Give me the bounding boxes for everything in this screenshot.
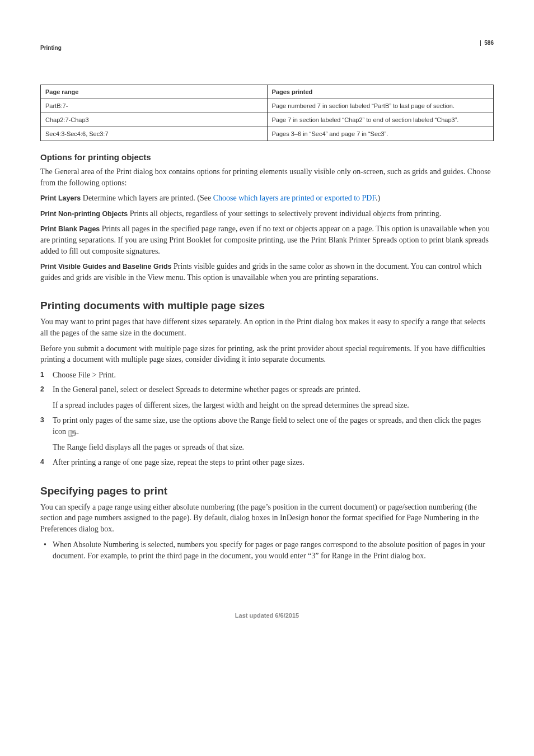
run-in-head: Print Layers [40, 194, 81, 202]
link-choose-layers[interactable]: Choose which layers are printed or expor… [213, 194, 376, 202]
cell-range: Sec4:3-Sec4:6, Sec3:7 [41, 127, 268, 141]
text: Determine which layers are printed. (See [83, 194, 213, 202]
table-row: Chap2:7-Chap3 Page 7 in section labeled … [41, 113, 494, 127]
bullet-item: When Absolute Numbering is selected, num… [40, 539, 494, 562]
text: .) [376, 194, 380, 202]
th-page-range: Page range [41, 85, 268, 99]
step-item: 4 After printing a range of one page siz… [40, 457, 494, 468]
cell-range: PartB:7- [41, 99, 268, 113]
step-text: To print only pages of the same size, us… [53, 416, 481, 436]
cell-desc: Pages 3–6 in “Sec4” and page 7 in “Sec3”… [267, 127, 494, 141]
heading-options: Options for printing objects [40, 152, 494, 162]
step-number: 2 [40, 385, 44, 394]
cell-range: Chap2:7-Chap3 [41, 113, 268, 127]
step-text: In the General panel, select or deselect… [53, 385, 360, 394]
th-pages-printed: Pages printed [267, 85, 494, 99]
step-text: Choose File > Print. [53, 371, 116, 379]
step-text: After printing a range of one page size,… [53, 458, 305, 466]
paragraph: Before you submit a document with multip… [40, 343, 494, 365]
run-in-head: Print Visible Guides and Baseline Grids [40, 263, 172, 270]
footer-updated: Last updated 6/6/2015 [40, 612, 494, 619]
page-container: Printing 586 Page range Pages printed Pa… [0, 0, 534, 652]
run-in-head: Print Non-printing Objects [40, 210, 128, 218]
running-head: Printing [40, 45, 62, 51]
cell-desc: Page 7 in section labeled “Chap2” to end… [267, 113, 494, 127]
option-print-blank: Print Blank Pages Prints all pages in th… [40, 223, 494, 256]
option-print-nonprinting: Print Non-printing Objects Prints all ob… [40, 208, 494, 220]
page-header: Printing 586 [40, 45, 494, 51]
option-print-layers: Print Layers Determine which layers are … [40, 193, 494, 204]
step-item: 1 Choose File > Print. [40, 370, 494, 381]
heading-multi-page-sizes: Printing documents with multiple page si… [40, 300, 494, 312]
step-text: . [77, 427, 79, 436]
table-row: PartB:7- Page numbered 7 in section labe… [41, 99, 494, 113]
step-number: 4 [40, 458, 44, 467]
option-print-visible: Print Visible Guides and Baseline Grids … [40, 261, 494, 283]
paragraph: You can specify a page range using eithe… [40, 502, 494, 535]
numbered-steps: 1 Choose File > Print. 2 In the General … [40, 370, 494, 468]
pages-icon [68, 429, 77, 436]
page-range-table: Page range Pages printed PartB:7- Page n… [40, 85, 494, 141]
run-in-head: Print Blank Pages [40, 225, 100, 233]
step-number: 3 [40, 416, 44, 425]
text: Prints all pages in the specified page r… [40, 225, 490, 255]
step-item: 3 To print only pages of the same size, … [40, 415, 494, 454]
heading-specifying-pages: Specifying pages to print [40, 485, 494, 497]
paragraph: The General area of the Print dialog box… [40, 166, 494, 188]
step-number: 1 [40, 370, 44, 380]
page-number: 586 [480, 40, 494, 46]
paragraph: You may want to print pages that have di… [40, 316, 494, 338]
bullet-list: When Absolute Numbering is selected, num… [40, 539, 494, 562]
step-subtext: The Range field displays all the pages o… [53, 442, 494, 453]
table-row: Sec4:3-Sec4:6, Sec3:7 Pages 3–6 in “Sec4… [41, 127, 494, 141]
step-subtext: If a spread includes pages of different … [53, 400, 494, 411]
step-item: 2 In the General panel, select or desele… [40, 384, 494, 412]
table-header-row: Page range Pages printed [41, 85, 494, 99]
cell-desc: Page numbered 7 in section labeled “Part… [267, 99, 494, 113]
svg-rect-1 [71, 430, 75, 436]
text: Prints all objects, regardless of your s… [130, 209, 441, 218]
